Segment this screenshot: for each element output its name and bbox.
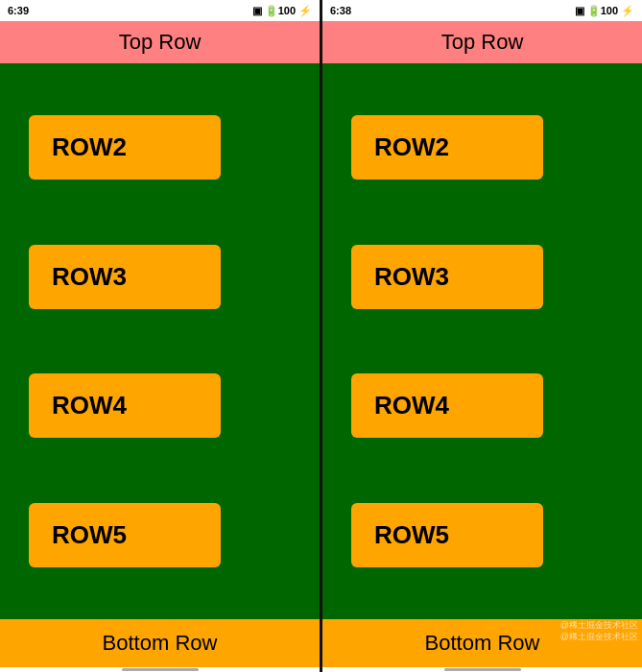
- watermark: @稀土掘金技术社区 @稀土掘金技术社区: [560, 619, 638, 643]
- right-row3-button[interactable]: ROW3: [351, 245, 543, 309]
- left-row5-label: ROW5: [52, 520, 127, 549]
- left-main-content: ROW2 ROW3 ROW4 ROW5: [0, 63, 320, 619]
- right-charging-icon: ⚡: [621, 5, 634, 17]
- left-sim-icon: ▣: [252, 5, 262, 17]
- right-status-icons: ▣ 🔋100 ⚡: [575, 5, 634, 17]
- right-scroll-indicator: [322, 667, 642, 672]
- left-charging-icon: ⚡: [298, 5, 312, 17]
- left-row2-label: ROW2: [52, 132, 127, 161]
- left-scroll-bar: [122, 668, 199, 671]
- left-row3-label: ROW3: [52, 262, 127, 291]
- left-status-icons: ▣ 🔋100 ⚡: [252, 5, 312, 17]
- right-phone-panel: 6:38 ▣ 🔋100 ⚡ Top Row ROW2 ROW3 ROW4 ROW…: [322, 0, 642, 672]
- left-row5-button[interactable]: ROW5: [29, 503, 221, 567]
- right-row4-label: ROW4: [374, 391, 449, 420]
- right-status-bar: 6:38 ▣ 🔋100 ⚡: [322, 0, 642, 21]
- left-row4-button[interactable]: ROW4: [29, 373, 221, 438]
- right-scroll-bar: [444, 668, 521, 671]
- right-row2-label: ROW2: [374, 132, 449, 161]
- right-row5-label: ROW5: [374, 520, 449, 549]
- left-row3-button[interactable]: ROW3: [29, 245, 221, 309]
- left-phone-panel: 6:39 ▣ 🔋100 ⚡ Top Row ROW2 ROW3 ROW4 ROW…: [0, 0, 320, 672]
- right-top-row-label: Top Row: [441, 30, 524, 55]
- right-sim-icon: ▣: [575, 5, 584, 17]
- left-top-row-label: Top Row: [119, 30, 202, 55]
- right-row4-button[interactable]: ROW4: [351, 373, 543, 438]
- right-row2-button[interactable]: ROW2: [351, 115, 543, 180]
- right-row5-button[interactable]: ROW5: [351, 503, 543, 567]
- right-bottom-row-label: Bottom Row: [425, 631, 540, 656]
- left-scroll-indicator: [0, 667, 320, 672]
- right-row3-label: ROW3: [374, 262, 449, 291]
- left-bottom-row-label: Bottom Row: [103, 631, 218, 656]
- right-battery-icon: 🔋100: [587, 5, 618, 17]
- left-bottom-row: Bottom Row: [0, 619, 320, 667]
- right-time: 6:38: [330, 5, 351, 16]
- phones-container: 6:39 ▣ 🔋100 ⚡ Top Row ROW2 ROW3 ROW4 ROW…: [0, 0, 642, 672]
- right-main-content: ROW2 ROW3 ROW4 ROW5: [322, 63, 642, 619]
- left-row2-button[interactable]: ROW2: [29, 115, 221, 180]
- right-top-row: Top Row: [322, 21, 642, 63]
- left-time: 6:39: [8, 5, 29, 16]
- left-row4-label: ROW4: [52, 391, 127, 420]
- left-battery-icon: 🔋100: [265, 5, 296, 17]
- left-status-bar: 6:39 ▣ 🔋100 ⚡: [0, 0, 320, 21]
- left-top-row: Top Row: [0, 21, 320, 63]
